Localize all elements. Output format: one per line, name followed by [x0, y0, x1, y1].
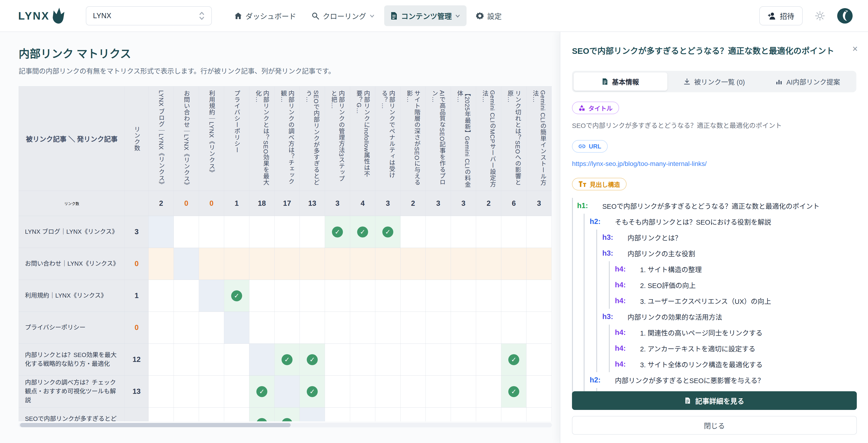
matrix-cell-linked[interactable]: ✓	[275, 408, 300, 421]
matrix-cell[interactable]	[375, 344, 401, 376]
column-header[interactable]: Gemini CLIの簡単インストール方法…	[526, 87, 552, 191]
matrix-cell[interactable]	[224, 216, 249, 248]
matrix-cell[interactable]	[401, 344, 426, 376]
article-url-link[interactable]: https://lynx-seo.jp/blog/too-many-intern…	[572, 160, 707, 168]
matrix-cell[interactable]	[426, 376, 451, 408]
matrix-cell[interactable]	[275, 248, 300, 280]
matrix-cell-linked[interactable]: ✓	[224, 280, 249, 312]
column-header[interactable]: サイト階層の深さがSEOに与える影…	[401, 87, 426, 191]
matrix-cell[interactable]	[426, 280, 451, 312]
matrix-cell[interactable]	[401, 408, 426, 421]
view-article-detail-button[interactable]: 記事詳細を見る	[572, 391, 857, 410]
matrix-cell[interactable]	[149, 248, 174, 280]
matrix-cell-self[interactable]	[275, 376, 300, 408]
column-header[interactable]: お問い合わせ｜LYNX《リンクス》	[174, 87, 199, 191]
matrix-cell[interactable]	[526, 344, 552, 376]
column-header[interactable]: リンク切れとは？SEOへの影響と原…	[501, 87, 526, 191]
matrix-cell[interactable]	[275, 216, 300, 248]
matrix-cell[interactable]	[401, 376, 426, 408]
matrix-cell[interactable]	[149, 312, 174, 344]
matrix-cell-linked[interactable]: ✓	[501, 344, 526, 376]
user-avatar[interactable]	[837, 8, 852, 24]
matrix-cell[interactable]	[476, 280, 501, 312]
matrix-cell[interactable]	[325, 376, 350, 408]
matrix-cell[interactable]	[199, 376, 224, 408]
column-header[interactable]: AIで高品質なSEO記事を作るプロン…	[426, 87, 451, 191]
matrix-cell[interactable]	[375, 280, 401, 312]
matrix-cell[interactable]	[501, 408, 526, 421]
matrix-cell[interactable]	[501, 216, 526, 248]
app-logo[interactable]: LYNX	[18, 7, 66, 25]
matrix-cell[interactable]	[174, 216, 199, 248]
matrix-cell[interactable]	[451, 216, 476, 248]
matrix-cell[interactable]	[526, 216, 552, 248]
matrix-cell[interactable]	[526, 408, 552, 421]
nav-item-content[interactable]: コンテンツ管理	[384, 5, 467, 26]
matrix-cell[interactable]	[174, 312, 199, 344]
matrix-cell[interactable]	[476, 408, 501, 421]
column-header[interactable]: 内部リンクの管理方法3ステップと把…	[325, 87, 350, 191]
matrix-cell-linked[interactable]: ✓	[375, 216, 401, 248]
close-panel-button[interactable]: 閉じる	[572, 416, 857, 435]
invite-button[interactable]: 招待	[759, 6, 803, 25]
matrix-cell-linked[interactable]: ✓	[249, 408, 275, 421]
tab-ai-suggestions[interactable]: AI内部リンク提案	[761, 72, 855, 91]
matrix-cell[interactable]	[199, 312, 224, 344]
matrix-cell[interactable]	[199, 248, 224, 280]
matrix-cell[interactable]	[501, 312, 526, 344]
matrix-cell[interactable]	[501, 280, 526, 312]
column-header[interactable]: 利用規約｜LYNX《リンクス》	[199, 87, 224, 191]
workspace-select[interactable]: LYNX	[86, 6, 212, 25]
matrix-cell[interactable]	[401, 312, 426, 344]
matrix-cell[interactable]	[275, 280, 300, 312]
matrix-cell[interactable]	[375, 248, 401, 280]
matrix-cell-self[interactable]	[224, 312, 249, 344]
matrix-cell[interactable]	[350, 312, 375, 344]
matrix-cell[interactable]	[451, 344, 476, 376]
matrix-cell-linked[interactable]: ✓	[275, 344, 300, 376]
row-label[interactable]: お問い合わせ｜LYNX《リンクス》	[19, 248, 125, 280]
matrix-cell[interactable]	[451, 248, 476, 280]
tab-basic-info[interactable]: 基本情報	[574, 72, 668, 91]
matrix-cell[interactable]	[350, 344, 375, 376]
matrix-cell[interactable]	[526, 376, 552, 408]
matrix-cell[interactable]	[249, 312, 275, 344]
matrix-cell[interactable]	[350, 376, 375, 408]
matrix-cell[interactable]	[476, 344, 501, 376]
row-label[interactable]: プライバシーポリシー	[19, 312, 125, 344]
matrix-cell[interactable]	[375, 408, 401, 421]
matrix-cell[interactable]	[451, 376, 476, 408]
matrix-cell[interactable]	[476, 248, 501, 280]
matrix-cell[interactable]	[249, 248, 275, 280]
matrix-cell[interactable]	[325, 344, 350, 376]
matrix-cell-self[interactable]	[199, 280, 224, 312]
column-header[interactable]: 内部リンクの調べ方は？チェック観…	[275, 87, 300, 191]
matrix-cell-linked[interactable]: ✓	[325, 216, 350, 248]
matrix-cell[interactable]	[426, 216, 451, 248]
matrix-cell-self[interactable]	[249, 344, 275, 376]
row-label[interactable]: LYNX ブログ｜LYNX《リンクス》	[19, 216, 125, 248]
matrix-cell[interactable]	[300, 216, 325, 248]
matrix-cell[interactable]	[275, 312, 300, 344]
matrix-cell[interactable]	[426, 344, 451, 376]
matrix-cell-self[interactable]	[174, 248, 199, 280]
theme-sun-icon[interactable]	[815, 11, 825, 21]
matrix-cell-linked[interactable]: ✓	[300, 344, 325, 376]
matrix-cell[interactable]	[300, 280, 325, 312]
matrix-cell[interactable]	[300, 248, 325, 280]
matrix-cell[interactable]	[325, 312, 350, 344]
matrix-cell[interactable]	[426, 408, 451, 421]
matrix-cell[interactable]	[300, 312, 325, 344]
column-header[interactable]: プライバシーポリシー	[224, 87, 249, 191]
matrix-horizontal-scrollbar[interactable]	[19, 423, 552, 428]
matrix-cell[interactable]	[325, 248, 350, 280]
column-header[interactable]: 内部リンクとは？SEO効果を最大化…	[249, 87, 275, 191]
matrix-cell[interactable]	[451, 280, 476, 312]
matrix-cell[interactable]	[149, 344, 174, 376]
nav-item-settings[interactable]: 設定	[470, 5, 507, 26]
matrix-cell[interactable]	[249, 280, 275, 312]
close-icon[interactable]: ×	[852, 44, 858, 54]
matrix-cell[interactable]	[401, 216, 426, 248]
matrix-cell-self[interactable]	[300, 408, 325, 421]
matrix-cell[interactable]	[149, 408, 174, 421]
